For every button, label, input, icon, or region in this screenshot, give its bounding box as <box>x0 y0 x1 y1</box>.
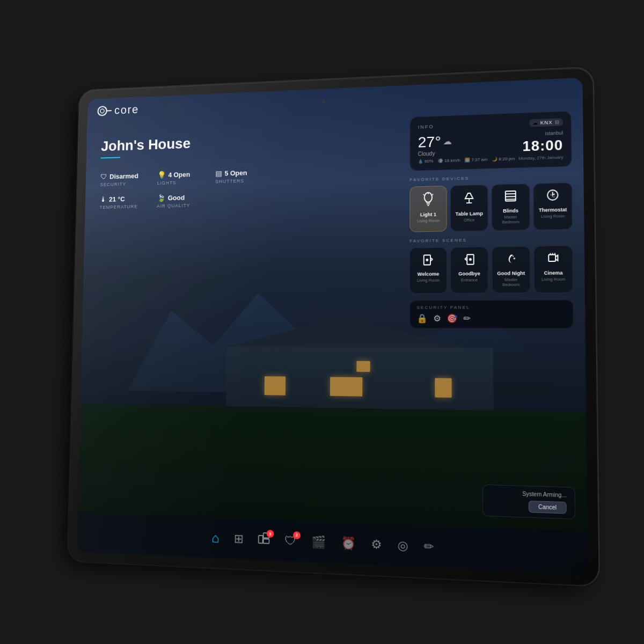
weather-sunrise: 🌅 7:37 am <box>465 157 488 163</box>
status-shutters[interactable]: ▤ 5 Open SHUTTERS <box>215 167 270 184</box>
device-icon-light1 <box>422 192 434 209</box>
nav-item-settings[interactable]: ⚙ <box>371 537 382 552</box>
knx-badge: ☁ KNX ⊟ <box>530 118 563 127</box>
status-temperature[interactable]: 🌡 21 °C TEMPERATURE <box>99 194 152 210</box>
svg-point-0 <box>98 106 107 115</box>
more-nav-icon: ◎ <box>397 538 408 553</box>
scene-name-welcome: Welcome <box>418 271 439 277</box>
svg-rect-37 <box>263 539 269 544</box>
security-icons-row: 🔒 ⚙ 🎯 ✏ <box>416 313 566 324</box>
security-action-edit[interactable]: ✏ <box>463 313 471 323</box>
scene-card-goodnight[interactable]: Good Night Master Bedroom <box>492 246 530 293</box>
air-quality-value: Good <box>167 193 185 201</box>
home-nav-icon: ⌂ <box>211 530 219 546</box>
logo-icon <box>97 105 113 117</box>
air-quality-icon: 🍃 <box>157 194 165 202</box>
date-display: Monday, 27th January <box>518 155 563 161</box>
security-action-settings[interactable]: ⚙ <box>433 313 441 323</box>
nav-item-devices[interactable]: 3 <box>258 532 269 547</box>
scene-name-goodbye: Goodbye <box>458 271 480 277</box>
status-security[interactable]: 🛡 Disarmed SECURITY <box>100 171 152 187</box>
scene-icon-goodbye <box>464 253 475 268</box>
info-section-label: INFO <box>418 124 434 130</box>
device-icon-blinds <box>504 190 517 205</box>
svg-point-30 <box>514 258 515 259</box>
status-air-quality[interactable]: 🍃 Good AIR QUALITY <box>157 193 210 209</box>
nav-item-edit[interactable]: ✏ <box>423 539 434 554</box>
scenes-grid: Welcome Living Room <box>409 245 573 294</box>
nav-item-clock[interactable]: ⏰ <box>341 536 356 551</box>
security-action-target[interactable]: 🎯 <box>447 313 458 323</box>
lights-value: 4 Open <box>168 170 190 178</box>
weather-temperature: 27° <box>418 134 441 150</box>
weather-sunset: 🌙 8:20 pm <box>492 156 515 162</box>
security-label: SECURITY <box>100 181 152 187</box>
weather-section: 27° ☁ Cloudy 💧 80% 💨 18 km/h <box>418 131 519 164</box>
nav-item-more[interactable]: ◎ <box>397 538 408 553</box>
scene-location-goodbye: Entrance <box>461 277 478 282</box>
weather-wind: 💨 18 km/h <box>438 158 460 163</box>
scene-card-cinema[interactable]: Cinema Living Room <box>533 245 573 292</box>
device-location-blinds: Master Bedroom <box>495 214 526 224</box>
lights-icon: 💡 <box>157 171 166 179</box>
favorite-devices-section: FAVORITE DEVICES <box>409 173 573 232</box>
left-content-panel: John's House 🛡 Disarmed SECURITY 💡 4 Ope… <box>99 133 270 220</box>
edit-nav-icon: ✏ <box>423 539 434 554</box>
scene-location-welcome: Living Room <box>417 277 440 282</box>
device-card-thermostat[interactable]: °C Thermostat Living Room <box>533 182 572 230</box>
weather-humidity: 💧 80% <box>418 159 434 164</box>
title-accent-line <box>101 157 120 158</box>
svg-point-28 <box>470 259 471 260</box>
right-panel: INFO ☁ KNX ⊟ 27° ☁ Cloudy <box>409 111 574 333</box>
scene-location-cinema: Living Room <box>541 276 566 282</box>
app-logo: core <box>97 103 139 118</box>
status-lights[interactable]: 💡 4 Open LIGHTS <box>157 170 211 186</box>
clock-nav-icon: ⏰ <box>341 536 356 551</box>
time-section: Istanbul 18:00 Monday, 27th January <box>518 130 564 161</box>
nav-item-scenes[interactable]: 🎬 <box>311 535 326 550</box>
device-name-thermostat: Thermostat <box>539 207 567 213</box>
security-badge: 2 <box>293 531 301 539</box>
nav-item-home[interactable]: ⌂ <box>211 530 219 546</box>
devices-grid: Light 1 Living Room Table Lamp <box>409 182 573 232</box>
time-display: 18:00 <box>518 137 564 155</box>
device-card-blinds[interactable]: Blinds Master Bedroom <box>492 184 530 231</box>
city-name: Istanbul <box>518 130 563 137</box>
device-name-blinds: Blinds <box>503 208 518 214</box>
svg-marker-10 <box>465 193 473 199</box>
device-location-table-lamp: Office <box>464 217 474 222</box>
device-icon-thermostat: °C <box>546 189 559 204</box>
devices-badge: 3 <box>266 530 274 538</box>
tablet-device: core John's House 🛡 Disarmed SECURITY <box>68 68 598 586</box>
scene-location-goodnight: Master Bedroom <box>496 277 526 287</box>
cancel-arming-button[interactable]: Cancel <box>529 501 567 514</box>
system-arming-notification: System Arming... Cancel <box>482 485 575 519</box>
shutters-label: SHUTTERS <box>215 178 270 184</box>
svg-rect-35 <box>258 536 262 544</box>
security-panel-label: SECURITY PANEL <box>416 304 566 310</box>
shutters-value: 5 Open <box>225 169 247 177</box>
device-card-light1[interactable]: Light 1 Living Room <box>409 186 447 232</box>
svg-line-8 <box>423 194 425 195</box>
scene-card-welcome[interactable]: Welcome Living Room <box>409 247 447 294</box>
camera <box>322 100 325 104</box>
security-value: Disarmed <box>109 172 138 180</box>
security-action-lock[interactable]: 🔒 <box>416 313 428 323</box>
scene-name-cinema: Cinema <box>544 270 563 276</box>
air-quality-label: AIR QUALITY <box>157 202 210 209</box>
device-card-table-lamp[interactable]: Table Lamp Office <box>450 185 488 231</box>
nav-item-security[interactable]: 2 🛡 <box>284 533 296 548</box>
scene-icon-goodnight <box>505 252 516 267</box>
svg-point-29 <box>513 255 514 257</box>
favorite-scenes-label: FAVORITE SCENES <box>409 236 573 244</box>
nav-item-rooms[interactable]: ⊞ <box>233 531 243 546</box>
security-panel-strip: SECURITY PANEL 🔒 ⚙ 🎯 ✏ <box>409 299 574 328</box>
tablet-screen: core John's House 🛡 Disarmed SECURITY <box>77 78 588 575</box>
security-icon: 🛡 <box>100 172 107 180</box>
device-name-light1: Light 1 <box>420 212 436 218</box>
logo-text: core <box>114 103 139 117</box>
svg-rect-31 <box>548 254 555 261</box>
scene-card-goodbye[interactable]: Goodbye Entrance <box>450 246 488 293</box>
rooms-nav-icon: ⊞ <box>233 531 243 546</box>
temperature-label: TEMPERATURE <box>99 204 151 210</box>
